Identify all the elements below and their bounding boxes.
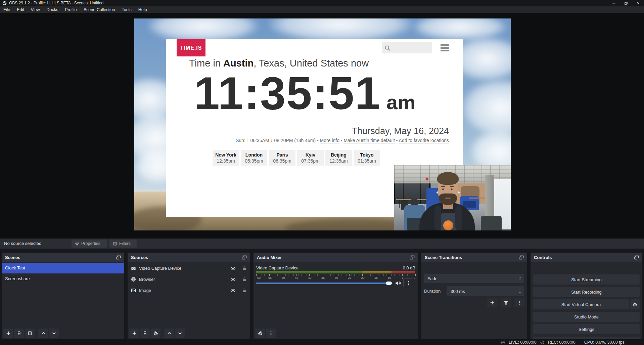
remove-scene-button[interactable] bbox=[14, 329, 24, 338]
city-card[interactable]: London05:35pm bbox=[241, 150, 267, 166]
visibility-eye-icon[interactable] bbox=[230, 266, 236, 271]
filters-button[interactable]: Filters bbox=[109, 240, 137, 248]
city-card[interactable]: New York12:35pm bbox=[213, 150, 239, 166]
properties-button[interactable]: Properties bbox=[72, 240, 107, 248]
scene-item-screenshare[interactable]: Screenshare bbox=[2, 273, 124, 284]
menu-edit[interactable]: Edit bbox=[13, 6, 28, 13]
duration-spinner[interactable]: 300 ms bbox=[447, 286, 524, 296]
tick-mark bbox=[376, 274, 376, 276]
source-properties-button[interactable] bbox=[151, 329, 160, 338]
wc-booth-seat bbox=[463, 201, 476, 208]
popout-icon[interactable] bbox=[519, 255, 524, 260]
scene-move-up-button[interactable] bbox=[38, 329, 48, 338]
tick-mark bbox=[269, 274, 270, 276]
channel-options-button[interactable] bbox=[403, 278, 413, 287]
scene-filters-button[interactable] bbox=[25, 329, 35, 338]
scene-move-down-button[interactable] bbox=[49, 329, 59, 338]
menu-scene-collection[interactable]: Scene Collection bbox=[80, 6, 119, 13]
menu-help[interactable]: Help bbox=[135, 6, 150, 13]
scenes-header[interactable]: Scenes bbox=[2, 253, 124, 262]
unlock-icon[interactable] bbox=[242, 288, 247, 293]
tick-label: -35 bbox=[320, 276, 325, 279]
time-meridiem: am bbox=[386, 91, 416, 114]
scenes-list: Clock Test Screenshare bbox=[2, 263, 124, 339]
add-scene-button[interactable] bbox=[3, 329, 13, 338]
close-button[interactable] bbox=[632, 0, 644, 6]
spinner-chevrons-icon[interactable] bbox=[515, 289, 524, 294]
speaker-icon[interactable] bbox=[395, 280, 401, 286]
mixer-header[interactable]: Audio Mixer bbox=[254, 253, 418, 262]
tick-label: -60 bbox=[256, 276, 261, 279]
city-card[interactable]: Kyiv07:35pm bbox=[297, 150, 324, 166]
globe-icon bbox=[131, 277, 136, 282]
unlock-icon[interactable] bbox=[242, 277, 247, 282]
popout-icon[interactable] bbox=[410, 255, 415, 260]
popout-icon[interactable] bbox=[242, 255, 247, 260]
city-card[interactable]: Beijing12:35am bbox=[325, 150, 352, 166]
search-input[interactable] bbox=[382, 42, 432, 53]
sources-toolbar bbox=[129, 329, 185, 338]
source-item-browser[interactable]: Browser bbox=[128, 274, 250, 285]
person-eye bbox=[451, 188, 453, 190]
tick-label: -45 bbox=[294, 276, 298, 279]
mixer-toolbar bbox=[255, 329, 276, 338]
person-earbud bbox=[458, 191, 460, 193]
volume-slider[interactable] bbox=[256, 283, 387, 284]
mixer-options-button[interactable] bbox=[266, 329, 276, 338]
remove-transition-button[interactable] bbox=[501, 298, 511, 307]
scene-item-clock-test[interactable]: Clock Test bbox=[2, 263, 124, 273]
controls-header[interactable]: Controls bbox=[531, 253, 642, 262]
popout-icon[interactable] bbox=[116, 255, 121, 260]
transitions-header[interactable]: Scene Transitions bbox=[421, 253, 527, 262]
menu-tools[interactable]: Tools bbox=[119, 6, 135, 13]
add-transition-button[interactable] bbox=[487, 298, 497, 307]
menu-view[interactable]: View bbox=[28, 6, 43, 13]
menu-file[interactable]: File bbox=[0, 6, 13, 13]
scene-transitions-panel: Scene Transitions Fade Duration 300 ms bbox=[421, 253, 527, 339]
add-favorite-link[interactable]: Add to favorite locations bbox=[399, 138, 449, 143]
settings-button[interactable]: Settings bbox=[533, 324, 640, 334]
virtual-camera-settings-button[interactable] bbox=[630, 299, 640, 309]
source-move-down-button[interactable] bbox=[175, 329, 185, 338]
popout-icon[interactable] bbox=[634, 255, 639, 260]
visibility-eye-icon[interactable] bbox=[230, 288, 236, 293]
restore-button[interactable] bbox=[620, 0, 632, 6]
advanced-audio-button[interactable] bbox=[255, 329, 265, 338]
live-timer: LIVE: 00:00:00 bbox=[509, 340, 537, 345]
unlock-icon[interactable] bbox=[242, 266, 247, 271]
city-card[interactable]: Paris06:35pm bbox=[269, 150, 295, 166]
heading-city: Austin bbox=[223, 58, 254, 69]
city-card[interactable]: Tokyo01:35am bbox=[354, 150, 380, 166]
webcam-overlay[interactable] bbox=[394, 165, 511, 230]
filter-icon bbox=[113, 242, 117, 246]
transition-select[interactable]: Fade bbox=[424, 274, 524, 283]
preview-canvas[interactable]: TIME.IS Time in Austin, Texas, United St… bbox=[134, 18, 511, 230]
start-recording-button[interactable]: Start Recording bbox=[533, 287, 640, 297]
kebab-icon bbox=[269, 331, 273, 336]
source-item-video-capture[interactable]: Video Capture Device bbox=[128, 263, 250, 274]
timeis-logo[interactable]: TIME.IS bbox=[177, 39, 205, 56]
start-virtual-camera-button[interactable]: Start Virtual Camera bbox=[533, 299, 629, 309]
source-item-image[interactable]: Image bbox=[128, 285, 250, 296]
sources-header[interactable]: Sources bbox=[128, 253, 250, 262]
hamburger-menu-icon[interactable] bbox=[441, 44, 449, 51]
tick-mark bbox=[336, 274, 336, 276]
source-move-up-button[interactable] bbox=[164, 329, 174, 338]
visibility-eye-icon[interactable] bbox=[230, 277, 236, 282]
volume-slider-handle[interactable] bbox=[386, 282, 392, 285]
rec-off-icon bbox=[540, 340, 545, 345]
kebab-icon bbox=[406, 281, 411, 285]
add-source-button[interactable] bbox=[129, 329, 139, 338]
start-streaming-button[interactable]: Start Streaming bbox=[533, 274, 640, 285]
make-default-link[interactable]: Make Austin time default bbox=[343, 138, 395, 143]
transition-options-button[interactable] bbox=[514, 298, 525, 307]
more-info-link[interactable]: More info bbox=[320, 138, 339, 143]
menu-docks[interactable]: Docks bbox=[43, 6, 62, 13]
minimize-button[interactable] bbox=[608, 0, 620, 6]
meter-yellow bbox=[362, 271, 392, 273]
transitions-body: Fade Duration 300 ms bbox=[421, 263, 527, 339]
remove-source-button[interactable] bbox=[140, 329, 150, 338]
menu-profile[interactable]: Profile bbox=[61, 6, 80, 13]
tick-label: 0 bbox=[414, 276, 415, 279]
studio-mode-button[interactable]: Studio Mode bbox=[533, 312, 640, 322]
